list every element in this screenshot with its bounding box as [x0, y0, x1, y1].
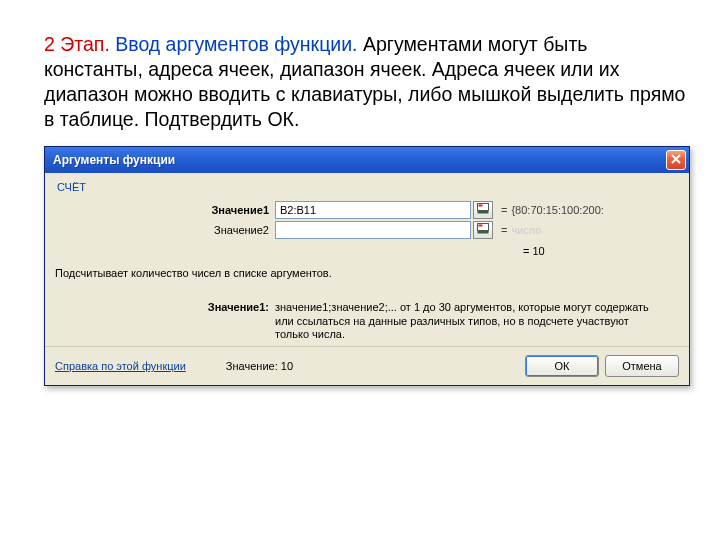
arg1-preview: = {80:70:15:100:200:: [501, 204, 604, 216]
param-description: Значение1: значение1;значение2;... от 1 …: [55, 301, 679, 342]
svg-rect-4: [479, 225, 483, 227]
instruction-text: 2 Этап. Ввод аргументов функции. Аргумен…: [44, 32, 690, 132]
close-icon: [671, 154, 681, 166]
arg1-input[interactable]: [275, 201, 471, 219]
arg-row-1: Значение1 = {80:70:15:100:200:: [55, 201, 679, 219]
step-label: 2 Этап.: [44, 33, 110, 55]
close-button[interactable]: [666, 150, 686, 170]
arg2-label: Значение2: [55, 224, 275, 236]
step-subtitle: Ввод аргументов функции.: [115, 33, 357, 55]
arg-row-2: Значение2 = число: [55, 221, 679, 239]
footer-result: Значение: 10: [226, 360, 293, 372]
arg2-preview: = число: [501, 224, 541, 236]
function-description: Подсчитывает количество чисел в списке а…: [55, 267, 679, 279]
arg2-refedit-button[interactable]: [473, 221, 493, 239]
svg-rect-2: [478, 211, 489, 214]
refedit-icon: [477, 203, 489, 216]
arg1-label: Значение1: [55, 204, 275, 216]
param-text: значение1;значение2;... от 1 до 30 аргум…: [275, 301, 679, 342]
svg-rect-5: [478, 231, 489, 234]
result-row: = 10: [55, 241, 679, 257]
svg-rect-1: [479, 205, 483, 207]
cancel-button[interactable]: Отмена: [605, 355, 679, 377]
arg1-refedit-button[interactable]: [473, 201, 493, 219]
help-link[interactable]: Справка по этой функции: [55, 360, 186, 372]
ok-button[interactable]: ОК: [525, 355, 599, 377]
refedit-icon: [477, 223, 489, 236]
function-arguments-dialog: Аргументы функции СЧЁТ Значение1: [44, 146, 690, 386]
dialog-title: Аргументы функции: [53, 153, 666, 167]
arg2-input[interactable]: [275, 221, 471, 239]
dialog-footer: Справка по этой функции Значение: 10 ОК …: [45, 346, 689, 385]
function-name: СЧЁТ: [55, 179, 679, 199]
param-name: Значение1:: [55, 301, 275, 342]
titlebar[interactable]: Аргументы функции: [45, 147, 689, 173]
